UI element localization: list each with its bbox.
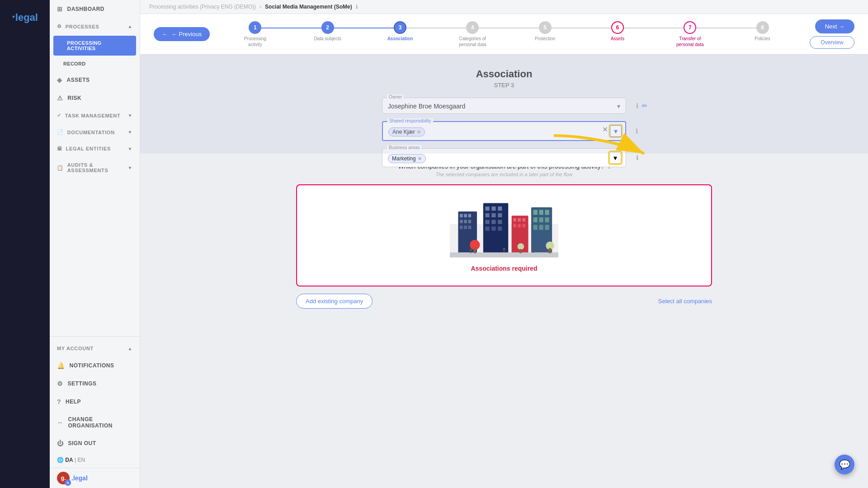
step-3[interactable]: 3 Association (364, 21, 436, 42)
task-icon: ✓ (57, 113, 61, 118)
step-1-circle: 1 (249, 21, 261, 34)
business-tag: Marketing ✕ (388, 154, 426, 163)
owner-edit-icon[interactable]: ✏ (642, 102, 647, 109)
step-8[interactable]: 8 Policies (726, 21, 798, 42)
svg-rect-42 (450, 253, 558, 258)
svg-rect-19 (485, 220, 489, 224)
sign-out-icon: ⏻ (57, 440, 64, 447)
svg-rect-29 (513, 224, 516, 227)
help-icon: ? (57, 398, 61, 405)
svg-rect-38 (545, 217, 549, 222)
sidebar-item-notifications[interactable]: 🔔 NOTIFICATIONS (50, 357, 140, 375)
add-existing-company-button[interactable]: Add existing company (296, 294, 373, 309)
step-subtitle: STEP 3 (494, 82, 514, 89)
main-content: Processing activities (Privacy ENG (DEMO… (140, 0, 868, 488)
step-2-circle: 2 (321, 21, 334, 34)
sidebar-item-legal-entities[interactable]: 🏛 LEGAL ENTITIES ▼ (50, 141, 140, 157)
breadcrumb-parent[interactable]: Processing activities (Privacy ENG (DEMO… (149, 4, 256, 10)
sidebar-item-assets[interactable]: ◈ ASSETS (50, 71, 140, 89)
svg-rect-4 (464, 214, 467, 217)
step-5[interactable]: 5 Protection (509, 21, 581, 42)
svg-rect-40 (539, 225, 543, 230)
sidebar-item-audits[interactable]: 📋 AUDITS & ASSESSMENTS ▼ (50, 157, 140, 178)
question-sub: The selected companies are included in a… (296, 172, 712, 177)
action-row: Add existing company Select all companie… (296, 294, 712, 309)
sidebar-item-processes[interactable]: ⚙ PROCESSES ▲ (50, 18, 140, 35)
risk-icon: ⚠ (57, 94, 63, 102)
breadcrumb-info-icon[interactable]: ℹ (356, 4, 358, 10)
step-7-circle: 7 (684, 21, 696, 34)
svg-rect-41 (545, 225, 549, 230)
svg-rect-16 (485, 213, 489, 217)
avatar-badge: S (65, 479, 71, 486)
step-6[interactable]: 6 Assets (581, 21, 654, 42)
settings-icon: ⚙ (57, 380, 63, 387)
svg-rect-27 (518, 218, 520, 221)
svg-rect-36 (533, 217, 538, 222)
svg-rect-22 (485, 226, 489, 230)
owner-info-icon[interactable]: ℹ (636, 102, 638, 109)
svg-rect-18 (498, 213, 502, 217)
sidebar-item-change-org[interactable]: ↔ CHANGE ORGANISATION (50, 411, 140, 434)
association-required-text: Associations required (471, 265, 537, 272)
docs-chevron: ▼ (127, 130, 132, 135)
audits-icon: 📋 (57, 165, 64, 171)
sidebar-item-sign-out[interactable]: ⏻ SIGN OUT (50, 434, 140, 452)
left-nav: ⊞ DASHBOARD ⚙ PROCESSES ▲ PROCESSING ACT… (50, 0, 140, 488)
sidebar-item-task-management[interactable]: ✓ TASK MANAGEMENT ▼ (50, 107, 140, 124)
lang-da[interactable]: DA (65, 457, 73, 463)
owner-value: Josephine Broe Moesgaard ▾ (388, 101, 620, 110)
svg-rect-52 (504, 250, 505, 253)
bottom-logo-bar: g. S .legal (50, 468, 140, 488)
stepper-container: ← ← Previous 1 Processing activity 2 Dat… (140, 14, 868, 55)
task-chevron: ▼ (127, 113, 132, 118)
svg-rect-28 (523, 218, 525, 221)
shared-tag: Ane Kjær ✕ (388, 127, 425, 136)
audits-chevron: ▼ (127, 165, 132, 170)
svg-rect-7 (464, 220, 467, 223)
svg-rect-21 (498, 220, 502, 224)
svg-rect-20 (491, 220, 495, 224)
next-button[interactable]: Next → (815, 19, 854, 33)
select-all-companies-button[interactable]: Select all companies (658, 298, 712, 305)
step-3-label: Association (387, 36, 413, 42)
svg-point-53 (532, 248, 535, 251)
svg-rect-3 (460, 214, 462, 217)
lang-en[interactable]: EN (77, 457, 85, 463)
processes-chevron: ▲ (127, 24, 132, 29)
step-4-label: Categories of personal data (454, 36, 491, 47)
sidebar-item-help[interactable]: ? HELP (50, 393, 140, 411)
overview-button[interactable]: Overview (810, 36, 854, 49)
svg-rect-17 (491, 213, 495, 217)
owner-dropdown-icon[interactable]: ▾ (617, 103, 620, 110)
legal-icon: 🏛 (57, 146, 62, 151)
change-org-icon: ↔ (57, 419, 64, 426)
step-6-circle: 6 (611, 21, 624, 34)
docs-icon: 📄 (57, 129, 64, 135)
sidebar-item-dashboard[interactable]: ⊞ DASHBOARD (50, 0, 140, 18)
step-4[interactable]: 4 Categories of personal data (436, 21, 509, 47)
step-3-circle: 3 (394, 21, 406, 34)
sidebar-item-documentation[interactable]: 📄 DOCUMENTATION ▼ (50, 124, 140, 141)
step-2[interactable]: 2 Data subjects (292, 21, 364, 42)
step-1-label: Processing activity (237, 36, 273, 47)
sidebar-item-record[interactable]: RECORD (50, 56, 140, 71)
sidebar-item-risk[interactable]: ⚠ RISK (50, 89, 140, 107)
shared-tag-remove[interactable]: ✕ (417, 129, 421, 135)
step-7[interactable]: 7 Transfer of personal data (654, 21, 726, 47)
svg-rect-9 (460, 225, 462, 229)
business-tag-remove[interactable]: ✕ (418, 156, 422, 162)
prev-arrow-icon: ← (162, 31, 168, 38)
step-6-label: Assets (611, 36, 624, 42)
step-2-label: Data subjects (314, 36, 341, 42)
sidebar-item-settings[interactable]: ⚙ SETTINGS (50, 375, 140, 393)
owner-label: Owner (387, 94, 404, 99)
step-1[interactable]: 1 Processing activity (219, 21, 291, 47)
sidebar-item-processing-activities[interactable]: PROCESSING ACTIVITIES (53, 36, 136, 56)
step-8-label: Policies (755, 36, 770, 42)
step-7-label: Transfer of personal data (672, 36, 708, 47)
svg-rect-34 (539, 210, 543, 215)
chat-bubble-button[interactable]: 💬 (835, 455, 854, 474)
svg-rect-44 (474, 248, 476, 253)
previous-button[interactable]: ← ← Previous (154, 27, 210, 41)
